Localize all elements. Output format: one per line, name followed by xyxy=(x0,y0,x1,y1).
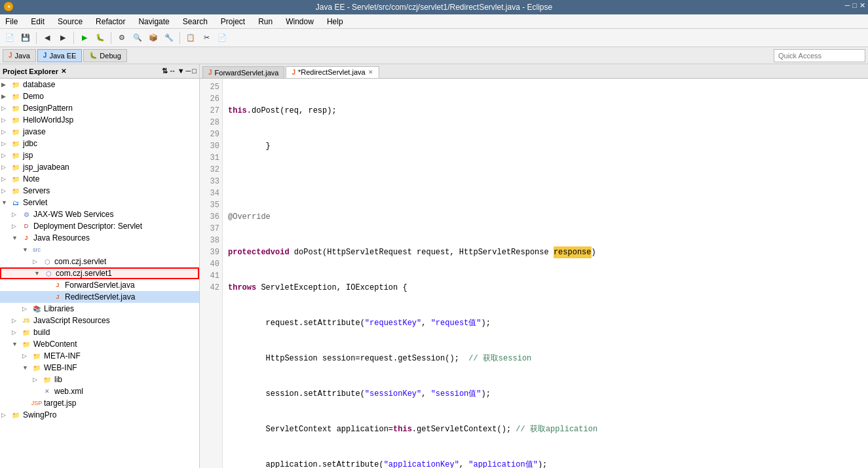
menu-project[interactable]: Project xyxy=(218,16,248,27)
collapse-all-icon[interactable]: ⇅ xyxy=(162,67,168,75)
perspective-debug[interactable]: 🐛 Debug xyxy=(83,49,126,62)
folder-icon-note: 📁 xyxy=(10,174,21,184)
code-line-32: HttpSession session=request.getSession()… xyxy=(228,353,863,364)
tool-btn-6[interactable]: ✂ xyxy=(199,31,214,45)
code-line-26: } xyxy=(228,140,863,152)
back-button[interactable]: ◀ xyxy=(40,31,54,45)
tree-item-java-resources[interactable]: ▼ J Java Resources xyxy=(0,232,199,244)
tree-arrow-java-resources: ▼ xyxy=(12,235,21,241)
debug-button[interactable]: 🐛 xyxy=(93,31,107,45)
tab-redirect-servlet[interactable]: J *RedirectServlet.java ✕ xyxy=(286,66,379,78)
perspective-javaee[interactable]: J Java EE xyxy=(37,49,83,62)
tree-item-deployment-descriptor[interactable]: ▷ D Deployment Descriptor: Servlet xyxy=(0,220,199,232)
tree-arrow-servlet-project: ▼ xyxy=(1,199,10,206)
tree-item-servers[interactable]: ▷ 📁 Servers xyxy=(0,185,199,197)
redirect-tab-close[interactable]: ✕ xyxy=(368,69,373,75)
tree-item-javase[interactable]: ▷ 📁 javase xyxy=(0,126,199,138)
maximize-view-icon[interactable]: □ xyxy=(192,67,197,75)
tree-label-web-xml: web.xml xyxy=(54,387,83,396)
tool-btn-2[interactable]: 🔍 xyxy=(130,31,145,45)
tool-btn-3[interactable]: 📦 xyxy=(146,31,160,45)
view-menu-icon[interactable]: ▼ xyxy=(178,67,185,75)
explorer-close-icon[interactable]: ✕ xyxy=(61,68,66,75)
tree-item-forward-servlet[interactable]: ▷ J ForwardServlet.java xyxy=(0,279,199,291)
run-button[interactable]: ▶ xyxy=(77,31,92,45)
line-num-39: 39 xyxy=(202,246,219,258)
tree-item-js-resources[interactable]: ▷ JS JavaScript Resources xyxy=(0,315,199,326)
tree-item-libraries[interactable]: ▷ 📚 Libraries xyxy=(0,303,199,315)
code-line-25: this.doPost(req, resp); xyxy=(228,105,863,117)
menu-search[interactable]: Search xyxy=(180,16,210,27)
tree-item-lib[interactable]: ▷ 📁 lib xyxy=(0,374,199,385)
tree-item-com-czj-servlet[interactable]: ▷ ⬡ com.czj.servlet xyxy=(0,256,199,267)
code-content[interactable]: this.doPost(req, resp); } @Override prot… xyxy=(223,79,868,468)
tree-item-swingpro[interactable]: ▷ 📁 SwingPro xyxy=(0,409,199,421)
title-bar: ☀ Java EE - Servlet/src/com/czj/servlet1… xyxy=(0,0,868,14)
tree-item-helloworldjsp[interactable]: ▷ 📁 HelloWorldJsp xyxy=(0,114,199,126)
link-editor-icon[interactable]: ↔ xyxy=(169,67,176,75)
tree-item-jsp-javabean[interactable]: ▷ 📁 jsp_javabean xyxy=(0,161,199,173)
perspective-java[interactable]: J Java xyxy=(3,49,36,62)
save-button[interactable]: 💾 xyxy=(18,31,33,45)
menu-refactor[interactable]: Refactor xyxy=(93,16,128,27)
minimize-icon[interactable]: ─ xyxy=(845,1,850,10)
tree-item-jaxws[interactable]: ▷ ⚙ JAX-WS Web Services xyxy=(0,208,199,220)
java-perspective-icon: J xyxy=(9,52,12,59)
tree-item-servlet-project[interactable]: ▼ 🗂 Servlet xyxy=(0,197,199,208)
tree-item-jdbc[interactable]: ▷ 📁 jdbc xyxy=(0,138,199,149)
tree-item-webcontent[interactable]: ▼ 📁 WebContent xyxy=(0,338,199,350)
tree-item-jsp[interactable]: ▷ 📁 jsp xyxy=(0,149,199,161)
menu-source[interactable]: Source xyxy=(55,16,85,27)
folder-icon-servers: 📁 xyxy=(10,185,21,196)
tab-forward-servlet[interactable]: J ForwardServlet.java xyxy=(202,66,284,78)
tree-item-demo[interactable]: ▶ 📁 Demo xyxy=(0,90,199,102)
str-requestkey: "requestKey" xyxy=(365,317,421,329)
menu-navigate[interactable]: Navigate xyxy=(136,16,172,27)
tool-btn-4[interactable]: 🔧 xyxy=(162,31,176,45)
tree-label-note: Note xyxy=(23,174,39,184)
tree-item-database[interactable]: ▶ 📁 database xyxy=(0,79,199,90)
editor-tabs: J ForwardServlet.java J *RedirectServlet… xyxy=(200,64,868,79)
minimize-view-icon[interactable]: ─ xyxy=(186,67,191,75)
new-button[interactable]: 📄 xyxy=(3,31,17,45)
folder-icon-database: 📁 xyxy=(10,79,21,90)
maximize-icon[interactable]: □ xyxy=(852,1,857,10)
tree-arrow-web-inf: ▼ xyxy=(22,364,31,371)
tree-item-com-czj-servlet1[interactable]: ▼ ⬡ com.czj.servlet1 xyxy=(0,267,199,279)
menu-file[interactable]: File xyxy=(3,16,20,27)
perspective-java-label: Java xyxy=(15,52,30,60)
servlet-project-icon: 🗂 xyxy=(10,197,21,208)
tree-item-redirect-servlet[interactable]: ▷ J RedirectServlet.java xyxy=(0,291,199,303)
tree-arrow-build: ▷ xyxy=(12,329,21,336)
line-num-38: 38 xyxy=(202,235,219,246)
tree-item-meta-inf[interactable]: ▷ 📁 META-INF xyxy=(0,350,199,362)
tool-btn-5[interactable]: 📋 xyxy=(183,31,198,45)
folder-icon-libraries: 📚 xyxy=(31,303,42,314)
tree-item-web-xml[interactable]: ▷ ✕ web.xml xyxy=(0,385,199,397)
menu-help[interactable]: Help xyxy=(324,16,346,27)
tree-arrow-designpattern: ▷ xyxy=(1,105,10,111)
menu-window[interactable]: Window xyxy=(283,16,316,27)
tree-label-libraries: Libraries xyxy=(44,304,74,313)
tool-btn-1[interactable]: ⚙ xyxy=(115,31,129,45)
tree-item-web-inf[interactable]: ▼ 📁 WEB-INF xyxy=(0,362,199,374)
code-line-34: ServletContext application=this.getServl… xyxy=(228,423,863,435)
tree-item-note[interactable]: ▷ 📁 Note xyxy=(0,173,199,185)
window-controls: ─ □ ✕ xyxy=(845,1,865,10)
tool-btn-7[interactable]: 📄 xyxy=(215,31,229,45)
menu-edit[interactable]: Edit xyxy=(28,16,47,27)
tree-item-build[interactable]: ▷ 📁 build xyxy=(0,326,199,338)
tree-item-target-jsp[interactable]: ▷ JSP target.jsp xyxy=(0,397,199,409)
java-icon-forward: J xyxy=(52,280,63,290)
tree-item-src[interactable]: ▼ src xyxy=(0,244,199,256)
line-num-33: 33 xyxy=(202,176,219,187)
tree-label-helloworldjsp: HelloWorldJsp xyxy=(23,115,73,125)
close-icon[interactable]: ✕ xyxy=(859,1,865,10)
quick-access-input[interactable] xyxy=(774,49,865,62)
tree-item-designpattern[interactable]: ▷ 📁 DesignPattern xyxy=(0,102,199,114)
forward-button[interactable]: ▶ xyxy=(56,31,70,45)
tree-label-designpattern: DesignPattern xyxy=(23,104,73,113)
menu-run[interactable]: Run xyxy=(255,16,275,27)
line-num-26: 26 xyxy=(202,93,219,105)
folder-icon-webcontent: 📁 xyxy=(21,339,31,349)
